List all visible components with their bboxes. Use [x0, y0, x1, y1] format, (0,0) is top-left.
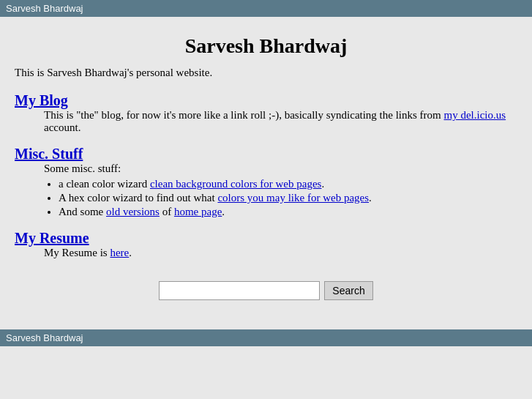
misc-item3-link1[interactable]: old versions — [106, 206, 160, 217]
misc-item3-middle: of — [160, 206, 174, 217]
section-resume-body: My Resume is here. — [44, 247, 517, 259]
misc-item3-suffix: . — [222, 206, 225, 217]
footer-bar: Sarvesh Bhardwaj — [0, 329, 532, 346]
section-blog: My Blog This is "the" blog, for now it's… — [15, 92, 517, 134]
resume-text-prefix: My Resume is — [44, 247, 110, 258]
misc-item2-suffix: . — [369, 192, 372, 204]
misc-item1-prefix: a clean color wizard — [59, 178, 150, 190]
list-item: And some old versions of home page. — [59, 206, 517, 218]
misc-item2-prefix: A hex color wizard to find out what — [59, 192, 217, 204]
misc-item3-prefix: And some — [59, 206, 106, 217]
misc-item3-link2[interactable]: home page — [174, 206, 222, 217]
header-bar-text: Sarvesh Bhardwaj — [6, 3, 83, 14]
section-blog-title[interactable]: My Blog — [15, 92, 68, 108]
misc-intro: Some misc. stuff: — [44, 163, 517, 175]
search-button[interactable]: Search — [324, 281, 372, 300]
header-bar: Sarvesh Bhardwaj — [0, 0, 532, 17]
blog-text-suffix: account. — [44, 122, 80, 133]
section-misc: Misc. Stuff Some misc. stuff: a clean co… — [15, 146, 517, 218]
footer-bar-text: Sarvesh Bhardwaj — [6, 332, 83, 343]
misc-list: a clean color wizard clean background co… — [59, 178, 517, 218]
misc-item1-link[interactable]: clean background colors for web pages — [150, 178, 322, 190]
blog-delicious-link[interactable]: my del.icio.us — [444, 109, 506, 121]
misc-item1-suffix: . — [321, 178, 324, 190]
site-title: Sarvesh Bhardwaj — [15, 24, 517, 67]
resume-text-suffix: . — [129, 247, 132, 258]
search-input[interactable] — [159, 281, 320, 300]
section-misc-body: Some misc. stuff: a clean color wizard c… — [44, 163, 517, 218]
list-item: a clean color wizard clean background co… — [59, 178, 517, 190]
section-blog-body: This is "the" blog, for now it's more li… — [44, 109, 517, 134]
main-content: Sarvesh Bhardwaj This is Sarvesh Bhardwa… — [0, 17, 532, 329]
misc-item2-link[interactable]: colors you may like for web pages — [217, 192, 369, 204]
resume-here-link[interactable]: here — [110, 247, 129, 258]
intro-text: This is Sarvesh Bhardwaj's personal webs… — [15, 67, 517, 79]
section-resume: My Resume My Resume is here. — [15, 230, 517, 259]
list-item: A hex color wizard to find out what colo… — [59, 192, 517, 204]
search-area: Search — [15, 281, 517, 300]
blog-text-prefix: This is "the" blog, for now it's more li… — [44, 109, 444, 121]
section-misc-title[interactable]: Misc. Stuff — [15, 146, 83, 162]
section-resume-title[interactable]: My Resume — [15, 230, 89, 246]
